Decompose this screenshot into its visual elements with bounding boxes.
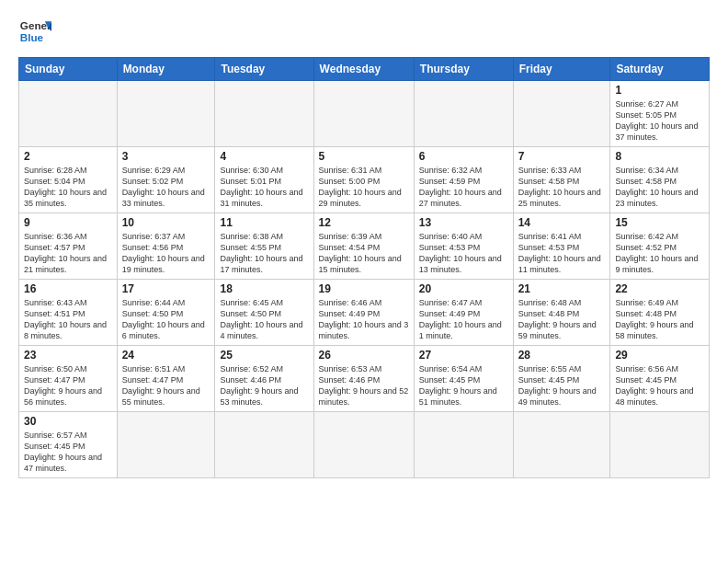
day-cell (19, 81, 118, 147)
day-info: Sunrise: 6:43 AM Sunset: 4:51 PM Dayligh… (24, 297, 112, 342)
day-info: Sunrise: 6:56 AM Sunset: 4:45 PM Dayligh… (615, 363, 704, 408)
day-info: Sunrise: 6:38 AM Sunset: 4:55 PM Dayligh… (220, 231, 308, 276)
logo-icon: General Blue (18, 15, 51, 48)
day-cell: 18Sunrise: 6:45 AM Sunset: 4:50 PM Dayli… (215, 280, 313, 346)
weekday-header-saturday: Saturday (610, 58, 710, 81)
day-cell: 10Sunrise: 6:37 AM Sunset: 4:56 PM Dayli… (117, 213, 215, 280)
day-cell: 6Sunrise: 6:32 AM Sunset: 4:59 PM Daylig… (414, 147, 513, 213)
day-number: 26 (319, 349, 409, 362)
day-number: 7 (518, 150, 606, 163)
day-info: Sunrise: 6:33 AM Sunset: 4:58 PM Dayligh… (518, 165, 606, 210)
day-number: 6 (419, 150, 508, 163)
day-cell: 28Sunrise: 6:55 AM Sunset: 4:45 PM Dayli… (513, 346, 610, 412)
day-number: 27 (419, 349, 508, 362)
day-info: Sunrise: 6:44 AM Sunset: 4:50 PM Dayligh… (122, 297, 210, 342)
day-info: Sunrise: 6:28 AM Sunset: 5:04 PM Dayligh… (24, 165, 112, 210)
header: General Blue (18, 15, 710, 48)
day-cell (117, 412, 215, 478)
day-number: 15 (615, 216, 704, 229)
day-cell: 24Sunrise: 6:51 AM Sunset: 4:47 PM Dayli… (117, 346, 215, 412)
day-cell (215, 412, 313, 478)
day-number: 24 (122, 349, 210, 362)
day-number: 13 (419, 216, 508, 229)
day-info: Sunrise: 6:50 AM Sunset: 4:47 PM Dayligh… (24, 363, 112, 408)
day-cell (414, 81, 513, 147)
day-info: Sunrise: 6:52 AM Sunset: 4:46 PM Dayligh… (220, 363, 308, 408)
day-info: Sunrise: 6:41 AM Sunset: 4:53 PM Dayligh… (518, 231, 606, 276)
day-info: Sunrise: 6:54 AM Sunset: 4:45 PM Dayligh… (419, 363, 508, 408)
day-cell (513, 81, 610, 147)
day-info: Sunrise: 6:27 AM Sunset: 5:05 PM Dayligh… (615, 98, 704, 144)
day-cell: 16Sunrise: 6:43 AM Sunset: 4:51 PM Dayli… (19, 280, 118, 346)
week-row-0: 1Sunrise: 6:27 AM Sunset: 5:05 PM Daylig… (19, 81, 710, 147)
day-cell: 7Sunrise: 6:33 AM Sunset: 4:58 PM Daylig… (513, 147, 610, 213)
day-cell: 11Sunrise: 6:38 AM Sunset: 4:55 PM Dayli… (215, 213, 313, 280)
day-cell: 1Sunrise: 6:27 AM Sunset: 5:05 PM Daylig… (610, 81, 710, 147)
day-cell (513, 412, 610, 478)
day-number: 10 (122, 216, 210, 229)
weekday-header-tuesday: Tuesday (215, 58, 313, 81)
day-number: 20 (419, 282, 508, 295)
day-cell: 17Sunrise: 6:44 AM Sunset: 4:50 PM Dayli… (117, 280, 215, 346)
day-cell: 15Sunrise: 6:42 AM Sunset: 4:52 PM Dayli… (610, 213, 710, 280)
day-cell (313, 412, 414, 478)
day-cell: 19Sunrise: 6:46 AM Sunset: 4:49 PM Dayli… (313, 280, 414, 346)
day-number: 18 (220, 282, 308, 295)
day-cell: 29Sunrise: 6:56 AM Sunset: 4:45 PM Dayli… (610, 346, 710, 412)
day-cell: 27Sunrise: 6:54 AM Sunset: 4:45 PM Dayli… (414, 346, 513, 412)
week-row-4: 23Sunrise: 6:50 AM Sunset: 4:47 PM Dayli… (19, 346, 710, 412)
day-cell: 9Sunrise: 6:36 AM Sunset: 4:57 PM Daylig… (19, 213, 118, 280)
day-cell (610, 412, 710, 478)
day-info: Sunrise: 6:37 AM Sunset: 4:56 PM Dayligh… (122, 231, 210, 276)
day-cell (313, 81, 414, 147)
day-info: Sunrise: 6:47 AM Sunset: 4:49 PM Dayligh… (419, 297, 508, 342)
weekday-header-monday: Monday (117, 58, 215, 81)
day-info: Sunrise: 6:57 AM Sunset: 4:45 PM Dayligh… (24, 430, 112, 475)
calendar-table: SundayMondayTuesdayWednesdayThursdayFrid… (18, 57, 710, 478)
day-number: 21 (518, 282, 606, 295)
day-number: 25 (220, 349, 308, 362)
day-cell: 5Sunrise: 6:31 AM Sunset: 5:00 PM Daylig… (313, 147, 414, 213)
day-number: 23 (24, 349, 112, 362)
day-number: 8 (615, 150, 704, 163)
day-info: Sunrise: 6:34 AM Sunset: 4:58 PM Dayligh… (615, 165, 704, 210)
week-row-2: 9Sunrise: 6:36 AM Sunset: 4:57 PM Daylig… (19, 213, 710, 280)
day-info: Sunrise: 6:48 AM Sunset: 4:48 PM Dayligh… (518, 297, 606, 342)
day-cell: 22Sunrise: 6:49 AM Sunset: 4:48 PM Dayli… (610, 280, 710, 346)
weekday-header-friday: Friday (513, 58, 610, 81)
weekday-header-sunday: Sunday (19, 58, 118, 81)
day-info: Sunrise: 6:40 AM Sunset: 4:53 PM Dayligh… (419, 231, 508, 276)
day-info: Sunrise: 6:49 AM Sunset: 4:48 PM Dayligh… (615, 297, 704, 342)
day-cell: 13Sunrise: 6:40 AM Sunset: 4:53 PM Dayli… (414, 213, 513, 280)
week-row-1: 2Sunrise: 6:28 AM Sunset: 5:04 PM Daylig… (19, 147, 710, 213)
day-info: Sunrise: 6:45 AM Sunset: 4:50 PM Dayligh… (220, 297, 308, 342)
day-number: 5 (319, 150, 409, 163)
day-cell (414, 412, 513, 478)
day-info: Sunrise: 6:53 AM Sunset: 4:46 PM Dayligh… (319, 363, 409, 408)
day-cell: 23Sunrise: 6:50 AM Sunset: 4:47 PM Dayli… (19, 346, 118, 412)
day-info: Sunrise: 6:32 AM Sunset: 4:59 PM Dayligh… (419, 165, 508, 210)
weekday-header-row: SundayMondayTuesdayWednesdayThursdayFrid… (19, 58, 710, 81)
day-number: 14 (518, 216, 606, 229)
day-info: Sunrise: 6:46 AM Sunset: 4:49 PM Dayligh… (319, 297, 409, 342)
day-info: Sunrise: 6:55 AM Sunset: 4:45 PM Dayligh… (518, 363, 606, 408)
day-cell: 12Sunrise: 6:39 AM Sunset: 4:54 PM Dayli… (313, 213, 414, 280)
day-info: Sunrise: 6:42 AM Sunset: 4:52 PM Dayligh… (615, 231, 704, 276)
day-info: Sunrise: 6:51 AM Sunset: 4:47 PM Dayligh… (122, 363, 210, 408)
week-row-3: 16Sunrise: 6:43 AM Sunset: 4:51 PM Dayli… (19, 280, 710, 346)
day-info: Sunrise: 6:31 AM Sunset: 5:00 PM Dayligh… (319, 165, 409, 210)
weekday-header-wednesday: Wednesday (313, 58, 414, 81)
day-number: 9 (24, 216, 112, 229)
day-info: Sunrise: 6:36 AM Sunset: 4:57 PM Dayligh… (24, 231, 112, 276)
day-number: 22 (615, 282, 704, 295)
svg-text:General: General (20, 19, 51, 31)
day-cell: 21Sunrise: 6:48 AM Sunset: 4:48 PM Dayli… (513, 280, 610, 346)
day-info: Sunrise: 6:30 AM Sunset: 5:01 PM Dayligh… (220, 165, 308, 210)
week-row-5: 30Sunrise: 6:57 AM Sunset: 4:45 PM Dayli… (19, 412, 710, 478)
logo: General Blue (18, 15, 51, 48)
day-cell: 26Sunrise: 6:53 AM Sunset: 4:46 PM Dayli… (313, 346, 414, 412)
day-number: 2 (24, 150, 112, 163)
page: General Blue SundayMondayTuesdayWednesda… (0, 0, 728, 563)
day-number: 12 (319, 216, 409, 229)
day-number: 17 (122, 282, 210, 295)
